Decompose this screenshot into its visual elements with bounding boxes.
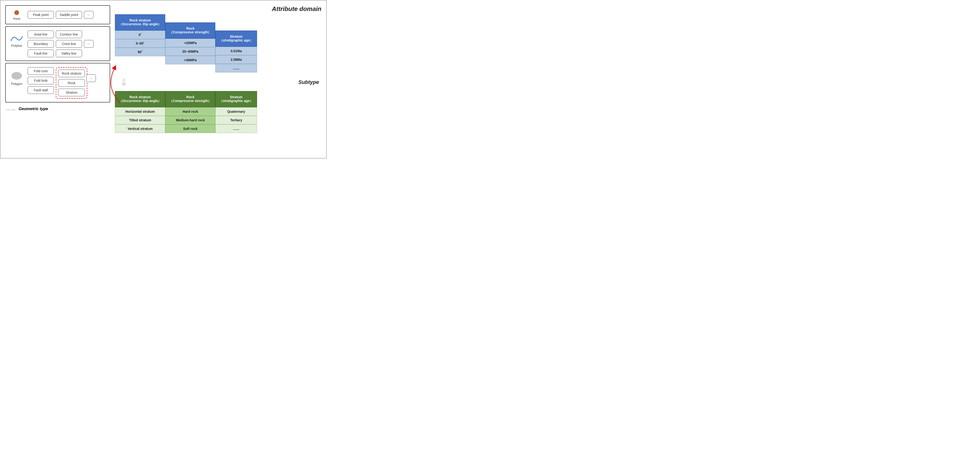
polyline-buttons-col: Axial line Contour line Boundary Crest l… xyxy=(28,30,106,57)
green-col2-header: Rock（Compressive strength） xyxy=(165,91,215,107)
green-col2: Rock（Compressive strength） Hard rock Med… xyxy=(165,91,215,133)
blue-col3-cell0: 0.01Ma xyxy=(215,47,257,55)
axial-line-btn[interactable]: Axial line xyxy=(28,30,54,38)
green-col1-cell2: Vertical stratum xyxy=(115,124,165,133)
blue-col3-cell1: 2.58Ma xyxy=(215,55,257,64)
blue-col2-cell0: <20MPa xyxy=(165,39,215,47)
green-col3: Stratum（stratigraphic age） Quaternary Te… xyxy=(215,91,257,133)
attr-domain-title: Attribute domain xyxy=(272,5,321,13)
arrow-row: ⇓ Subtype xyxy=(120,77,321,87)
polyline-more-btn[interactable]: ··· xyxy=(84,40,94,48)
blue-section: Rock stratum（Occurrence- Dip angle） 0˚ 0… xyxy=(115,14,321,73)
blue-col2-cell1: 20–40MPa xyxy=(165,47,215,56)
main-container: Point Peak point Saddle point ··· Polyli… xyxy=(5,5,321,133)
polygon-label: Polygon xyxy=(11,82,22,86)
dashed-group: Rock stratum Rock Stratum xyxy=(56,67,87,99)
blue-col1-header: Rock stratum（Occurrence- Dip angle） xyxy=(115,14,165,30)
blue-col2: Rock（Compressive strength） <20MPa 20–40M… xyxy=(165,22,215,64)
blue-col3: Stratum（stratigraphic age） 0.01Ma 2.58Ma… xyxy=(215,30,257,73)
blue-col2-header: Rock（Compressive strength） xyxy=(165,22,215,39)
fold-limb-btn[interactable]: Fold limb xyxy=(28,77,54,84)
left-panel: Point Peak point Saddle point ··· Polyli… xyxy=(5,5,110,113)
polyline-icon-group: Polyline xyxy=(10,30,24,48)
stratum-btn[interactable]: Stratum xyxy=(58,89,85,96)
green-col1: Rock stratum（Occurrence- Dip angle） Hori… xyxy=(115,91,165,133)
polyline-label: Polyline xyxy=(11,44,22,48)
saddle-point-btn[interactable]: Saddle point xyxy=(56,11,82,19)
polygon-section: Polygon Fold core Fold limb Fault wall R… xyxy=(5,63,110,103)
polygon-right-area: Rock stratum Rock Stratum ··· xyxy=(56,67,87,99)
polygon-buttons-area: Fold core Fold limb Fault wall Rock stra… xyxy=(28,67,106,99)
valley-line-btn[interactable]: Valley line xyxy=(56,49,82,57)
contour-line-btn[interactable]: Contour line xyxy=(56,30,82,38)
polyline-section: Polyline Axial line Contour line Boundar… xyxy=(5,26,110,61)
point-more-btn[interactable]: ··· xyxy=(84,11,94,19)
green-col2-cell0: Hard rock xyxy=(165,107,215,116)
green-col2-cell1: Medium-hard rock xyxy=(165,116,215,124)
point-label: Point xyxy=(13,17,20,21)
right-panel: Attribute domain Rock stratum（Occurrence… xyxy=(115,5,321,133)
green-section: Rock stratum（Occurrence- Dip angle） Hori… xyxy=(115,91,321,133)
blue-col1-cell0: 0˚ xyxy=(115,30,165,39)
green-col1-cell1: Tilted stratum xyxy=(115,116,165,124)
boundary-btn[interactable]: Boundary xyxy=(28,40,54,48)
green-col3-cell0: Quaternary xyxy=(215,107,257,116)
fault-line-btn[interactable]: Fault line xyxy=(28,49,54,57)
blue-col2-cell2: >40MPa xyxy=(165,56,215,64)
blue-col3-cell2: …… xyxy=(215,64,257,73)
point-buttons: Peak point Saddle point ··· xyxy=(28,11,106,19)
svg-point-0 xyxy=(14,10,19,15)
arrow-down: ⇓ xyxy=(120,77,128,87)
svg-point-1 xyxy=(11,72,22,79)
crest-line-btn[interactable]: Crest line xyxy=(56,40,82,48)
legend-label: Geometric type xyxy=(19,106,48,111)
green-col1-header: Rock stratum（Occurrence- Dip angle） xyxy=(115,91,165,107)
blue-col3-header: Stratum（stratigraphic age） xyxy=(215,30,257,47)
blue-col1: Rock stratum（Occurrence- Dip angle） 0˚ 0… xyxy=(115,14,165,56)
peak-point-btn[interactable]: Peak point xyxy=(28,11,54,19)
rock-stratum-btn[interactable]: Rock stratum xyxy=(58,70,85,77)
green-col3-header: Stratum（stratigraphic age） xyxy=(215,91,257,107)
green-col1-cell0: Horizontal stratum xyxy=(115,107,165,116)
green-col3-cell2: …… xyxy=(215,124,257,133)
fault-wall-btn[interactable]: Fault wall xyxy=(28,86,54,94)
blue-col1-cell1: 0–90˚ xyxy=(115,39,165,48)
rock-btn[interactable]: Rock xyxy=(58,79,85,87)
point-icon-group: Point xyxy=(10,9,24,21)
polygon-more-btn[interactable]: ··· xyxy=(86,75,96,82)
green-col3-cell1: Tertiary xyxy=(215,116,257,124)
polygon-icon-group: Polygon xyxy=(10,67,24,86)
polygon-left-col: Fold core Fold limb Fault wall xyxy=(28,67,54,99)
fold-core-btn[interactable]: Fold core xyxy=(28,67,54,75)
subtype-title: Subtype xyxy=(298,79,321,85)
point-section: Point Peak point Saddle point ··· xyxy=(5,5,110,24)
legend: …… Geometric type xyxy=(5,105,110,113)
blue-col1-cell2: 90˚ xyxy=(115,48,165,56)
legend-dots: …… xyxy=(6,106,16,111)
green-col2-cell2: Soft rock xyxy=(165,124,215,133)
